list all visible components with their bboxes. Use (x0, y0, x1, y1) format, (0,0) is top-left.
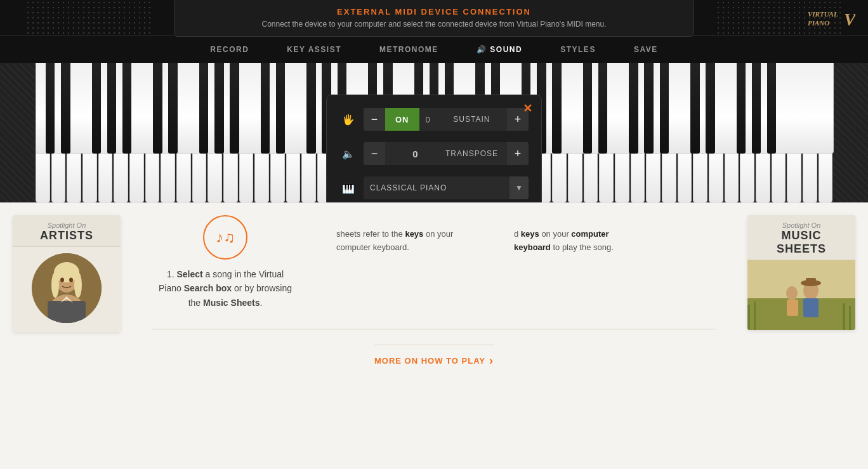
spotlight-music-sheets-card[interactable]: Spotlight On MUSIC SHEETS (747, 215, 855, 330)
transpose-minus-button[interactable]: − (364, 142, 385, 165)
nav-metronome[interactable]: METRONOME (360, 36, 457, 63)
nav-sound[interactable]: 🔊 SOUND (457, 36, 541, 63)
more-link-text: MORE ON HOW TO PLAY (374, 356, 485, 366)
transpose-control: − 0 TRANSPOSE + (364, 142, 529, 165)
svg-text:PIANO: PIANO (808, 19, 829, 27)
spotlight-music-sheets-title: MUSIC SHEETS (756, 229, 846, 256)
sustain-value: 0 (419, 115, 437, 124)
mid-col-1: sheets refer to the keys on your compute… (324, 215, 476, 267)
nav-record[interactable]: RECORD (191, 36, 268, 63)
spotlight-left: Spotlight On ARTISTS (0, 202, 133, 469)
svg-rect-25 (843, 303, 845, 330)
midi-banner: EXTERNAL MIDI DEVICE CONNECTION Connect … (174, 0, 694, 37)
svg-rect-24 (754, 301, 756, 330)
mid-col1-text: sheets refer to the (336, 229, 405, 239)
mid-col2-text3: to play the song. (551, 242, 614, 252)
sound-icon: 🔊 (477, 45, 487, 54)
spotlight-right: Spotlight On MUSIC SHEETS (735, 202, 868, 469)
transpose-label: TRANSPOSE (445, 149, 507, 158)
svg-rect-15 (747, 260, 855, 298)
svg-text:VP: VP (844, 10, 855, 29)
instrument-label: CLASSICAL PIANO (370, 183, 510, 192)
step1-select-bold: Select (176, 269, 202, 279)
how-to-step1: 1. Select a song in the Virtual Piano Se… (155, 267, 295, 310)
transpose-plus-button[interactable]: + (507, 142, 529, 165)
svg-rect-16 (747, 298, 855, 330)
step1-number: 1. (167, 269, 177, 279)
step1-period: . (260, 298, 262, 308)
svg-point-21 (786, 286, 798, 300)
center-content: ♪♫ 1. Select a song in the Virtual Piano… (133, 202, 735, 469)
svg-point-10 (69, 278, 73, 282)
instrument-dropdown-arrow: ▼ (510, 176, 529, 199)
transpose-value: 0 (385, 149, 445, 159)
svg-rect-20 (803, 298, 819, 317)
svg-rect-22 (787, 300, 798, 316)
svg-point-8 (74, 272, 82, 298)
music-sheets-image (747, 260, 855, 330)
instrument-dropdown[interactable]: CLASSICAL PIANO ▼ (364, 176, 529, 199)
sound-panel: ✕ 🖐 − ON 0 SUSTAIN + 🔈 − 0 TRANSPOSE + (326, 95, 542, 202)
spotlight-artists-header: Spotlight On ARTISTS (13, 215, 121, 247)
nav-save[interactable]: SAVE (615, 36, 677, 63)
instrument-icon: 🎹 (339, 182, 357, 194)
svg-rect-26 (849, 306, 851, 330)
svg-point-9 (60, 278, 64, 282)
sustain-label: SUSTAIN (437, 115, 507, 124)
sustain-row: 🖐 − ON 0 SUSTAIN + (339, 108, 529, 131)
spotlight-artists-title: ARTISTS (22, 229, 112, 242)
svg-text:VIRTUAL: VIRTUAL (808, 10, 838, 18)
svg-rect-12 (48, 301, 86, 323)
nav-bar: RECORD KEY ASSIST METRONOME 🔊 SOUND STYL… (0, 35, 868, 63)
sustain-control: − ON 0 SUSTAIN + (364, 108, 529, 131)
transpose-row: 🔈 − 0 TRANSPOSE + (339, 142, 529, 165)
spotlight-on-label-right: Spotlight On (756, 221, 846, 229)
sustain-icon: 🖐 (339, 114, 357, 126)
mid-col-2: d keys on your computer keyboard to play… (501, 215, 654, 267)
nav-key-assist[interactable]: KEY ASSIST (268, 36, 360, 63)
bottom-section: Spotlight On ARTISTS (0, 202, 868, 469)
top-bar: EXTERNAL MIDI DEVICE CONNECTION Connect … (0, 0, 868, 35)
svg-rect-19 (806, 278, 816, 286)
svg-point-7 (51, 272, 59, 298)
dot-decoration-left (25, 0, 152, 35)
step1-section: ♪♫ 1. Select a song in the Virtual Piano… (152, 215, 298, 320)
transpose-icon: 🔈 (339, 148, 357, 160)
spotlight-artists-card[interactable]: Spotlight On ARTISTS (13, 215, 121, 332)
midi-banner-title: EXTERNAL MIDI DEVICE CONNECTION (194, 7, 674, 17)
piano-right-decoration (833, 63, 868, 202)
more-link[interactable]: MORE ON HOW TO PLAY › (374, 345, 494, 367)
mid-col2-text2: on your (539, 229, 572, 239)
sustain-on-button[interactable]: ON (385, 108, 419, 131)
logo: VIRTUAL PIANO VP (805, 5, 855, 33)
more-link-arrow: › (489, 354, 494, 367)
midi-banner-text: Connect the device to your computer and … (194, 20, 674, 29)
music-icon-circle: ♪♫ (203, 215, 247, 260)
mid-col2-text1: d (514, 229, 521, 239)
more-link-container: MORE ON HOW TO PLAY › (152, 329, 716, 367)
step1-searchbox-bold: Search box (184, 283, 232, 293)
spotlight-on-label-left: Spotlight On (22, 221, 112, 229)
piano-left-decoration (0, 63, 35, 202)
mid-col1-keys-bold: keys (405, 229, 423, 239)
step1-musicsheets-bold: Music Sheets (203, 298, 260, 308)
svg-rect-23 (747, 305, 750, 330)
mid-col2-keys-bold: keys (521, 229, 539, 239)
piano-area: ✕ 🖐 − ON 0 SUSTAIN + 🔈 − 0 TRANSPOSE + (0, 63, 868, 202)
nav-styles[interactable]: STYLES (541, 36, 615, 63)
music-note-icon: ♪♫ (216, 228, 235, 246)
sustain-minus-button[interactable]: − (364, 108, 385, 131)
close-button[interactable]: ✕ (523, 102, 532, 116)
instrument-row: 🎹 CLASSICAL PIANO ▼ (339, 176, 529, 199)
artist-avatar (32, 253, 102, 323)
spotlight-music-sheets-header: Spotlight On MUSIC SHEETS (747, 215, 855, 260)
